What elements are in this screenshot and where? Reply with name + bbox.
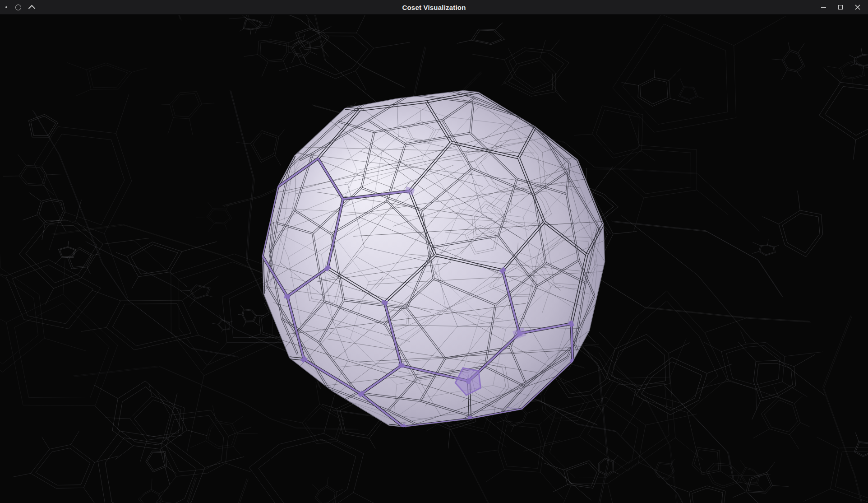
circle-icon[interactable] xyxy=(15,5,21,10)
titlebar: Coset Visualization xyxy=(0,0,868,15)
maximize-button[interactable] xyxy=(835,1,846,13)
viewport xyxy=(0,15,868,503)
window-controls xyxy=(817,0,863,14)
scene-canvas[interactable] xyxy=(0,15,868,503)
close-icon xyxy=(855,5,860,10)
close-button[interactable] xyxy=(852,1,863,13)
window-title: Coset Visualization xyxy=(0,4,868,11)
maximize-icon xyxy=(838,5,843,9)
minimize-button[interactable] xyxy=(817,1,829,13)
app-window: Coset Visualization xyxy=(0,0,868,503)
minimize-icon xyxy=(821,7,826,8)
chevron-up-icon[interactable] xyxy=(28,5,36,12)
titlebar-left-icons xyxy=(5,0,34,14)
app-dot-icon[interactable] xyxy=(5,6,7,8)
